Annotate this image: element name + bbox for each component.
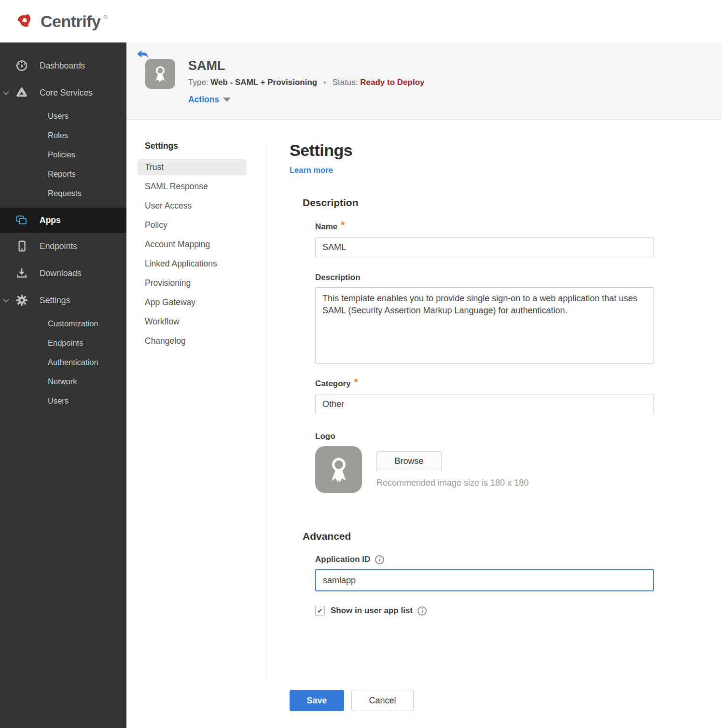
sidebar-item-label: Apps — [40, 215, 61, 225]
show-in-user-app-list-label: Show in user app list — [331, 606, 413, 616]
learn-more-link[interactable]: Learn more — [290, 166, 333, 175]
application-id-label-row: Application ID — [315, 555, 676, 564]
sidebar-item-endpoints[interactable]: Endpoints — [0, 233, 126, 260]
apps-icon — [15, 214, 28, 226]
subnav-item-user-access[interactable]: User Access — [138, 198, 247, 214]
logo-row: Browse Recommended image size is 180 x 1… — [315, 446, 676, 493]
info-icon[interactable] — [417, 606, 427, 616]
main-area: SAML Type: Web - SAML + Provisioning • S… — [126, 42, 722, 728]
application-id-label: Application ID — [315, 555, 370, 564]
sidebar-subitem-label: Users — [48, 112, 69, 121]
subnav-item-linked-applications[interactable]: Linked Applications — [138, 256, 247, 272]
sidebar-item-label: Settings — [40, 295, 70, 306]
show-in-user-app-list-row[interactable]: ✔ Show in user app list — [315, 606, 676, 616]
name-label-row: Name * — [315, 221, 676, 232]
status-label: Status: — [333, 78, 358, 87]
sidebar-item-settings[interactable]: Settings — [0, 287, 126, 314]
sidebar-item-label: Dashboards — [40, 61, 85, 71]
subnav-item-account-mapping[interactable]: Account Mapping — [138, 237, 247, 252]
brand-name: Centrify — [41, 12, 100, 31]
subnav-item-changelog[interactable]: Changelog — [138, 333, 247, 349]
category-label-row: Category * — [315, 378, 676, 389]
subnav-item-policy[interactable]: Policy — [138, 217, 247, 233]
subnav-item-app-gateway[interactable]: App Gateway — [138, 294, 247, 310]
actions-label: Actions — [188, 95, 219, 105]
sidebar-item-users[interactable]: Users — [0, 106, 126, 126]
sidebar-subitem-label: Authentication — [48, 358, 98, 367]
sidebar-item-label: Downloads — [40, 268, 82, 279]
subnav-item-saml-response[interactable]: SAML Response — [138, 179, 247, 195]
show-in-user-app-list-checkbox[interactable]: ✔ — [315, 606, 325, 616]
subnav-item-workflow[interactable]: Workflow — [138, 314, 247, 330]
sidebar-item-requests[interactable]: Requests — [0, 183, 126, 203]
sidebar-item-policies[interactable]: Policies — [0, 145, 126, 164]
name-input[interactable] — [315, 237, 654, 257]
description-label-row: Description — [315, 273, 676, 282]
sidebar-item-downloads[interactable]: Downloads — [0, 260, 126, 287]
dropdown-arrow-icon — [223, 98, 231, 102]
dashboard-gauge-icon — [15, 59, 28, 72]
sidebar-subitem-label: Endpoints — [48, 338, 83, 348]
sidebar-item-network[interactable]: Network — [0, 372, 126, 391]
sidebar-item-reports[interactable]: Reports — [0, 164, 126, 183]
subnav-item-provisioning[interactable]: Provisioning — [138, 275, 247, 291]
sidebar-item-customization[interactable]: Customization — [0, 314, 126, 333]
chevron-down-icon — [3, 89, 9, 95]
category-input[interactable] — [315, 394, 654, 414]
app-badge-icon — [145, 59, 175, 89]
endpoint-device-icon — [15, 240, 28, 252]
sidebar-subitem-label: Network — [48, 377, 77, 386]
settings-form: Settings Learn more Description Name * D… — [290, 120, 676, 711]
logo-label-row: Logo — [315, 432, 676, 441]
subnav-item-trust[interactable]: Trust — [138, 159, 247, 175]
checkmark-icon: ✔ — [317, 607, 323, 615]
sidebar-subitem-label: Reports — [48, 169, 76, 179]
name-label: Name — [315, 222, 337, 232]
chevron-down-icon — [3, 296, 9, 303]
registered-mark: ® — [103, 14, 107, 20]
type-value: Web - SAML + Provisioning — [210, 78, 317, 87]
sidebar: Dashboards Core Services Users Roles Pol… — [0, 42, 126, 728]
sidebar-item-core-services[interactable]: Core Services — [0, 79, 126, 106]
save-button[interactable]: Save — [290, 690, 344, 711]
sidebar-item-label: Core Services — [40, 88, 93, 98]
sidebar-subitem-label: Customization — [48, 319, 98, 328]
app-meta: Type: Web - SAML + Provisioning • Status… — [188, 78, 424, 87]
description-section-heading: Description — [303, 197, 676, 209]
back-button[interactable] — [137, 50, 148, 61]
form-buttons: Save Cancel — [290, 690, 676, 711]
top-bar: Centrify ® — [0, 0, 722, 42]
sidebar-subitem-label: Policies — [48, 150, 75, 159]
sidebar-item-settings-endpoints[interactable]: Endpoints — [0, 333, 126, 352]
logo-size-hint: Recommended image size is 180 x 180 — [376, 478, 528, 488]
browse-button[interactable]: Browse — [376, 451, 442, 471]
application-id-input[interactable] — [315, 569, 654, 591]
app-header: SAML Type: Web - SAML + Provisioning • S… — [126, 42, 722, 120]
status-badge: Ready to Deploy — [360, 78, 424, 87]
type-label: Type: — [188, 78, 208, 87]
vertical-divider — [266, 143, 266, 678]
sidebar-item-label: Endpoints — [40, 241, 77, 252]
sidebar-item-dashboards[interactable]: Dashboards — [0, 52, 126, 79]
gear-icon — [15, 294, 28, 307]
info-icon[interactable] — [375, 555, 384, 564]
cancel-button[interactable]: Cancel — [351, 690, 414, 711]
centrify-swirl-icon — [14, 9, 36, 33]
page-title: SAML — [188, 58, 424, 73]
sidebar-subitem-label: Requests — [48, 189, 82, 198]
content-area: Settings Trust SAML Response User Access… — [126, 120, 722, 728]
advanced-section-heading: Advanced — [303, 531, 676, 542]
core-services-icon — [15, 86, 28, 99]
form-title: Settings — [290, 141, 676, 160]
sidebar-item-authentication[interactable]: Authentication — [0, 352, 126, 372]
required-asterisk: * — [354, 377, 358, 388]
subnav-header: Settings — [145, 141, 247, 151]
sidebar-subitem-label: Users — [48, 396, 69, 406]
sidebar-item-roles[interactable]: Roles — [0, 126, 126, 145]
sidebar-item-settings-users[interactable]: Users — [0, 391, 126, 410]
actions-dropdown[interactable]: Actions — [188, 95, 424, 105]
description-label: Description — [315, 273, 361, 282]
sidebar-subitem-label: Roles — [48, 131, 68, 140]
sidebar-item-apps[interactable]: Apps — [0, 208, 126, 233]
description-textarea[interactable]: This template enables you to provide sin… — [315, 287, 654, 364]
